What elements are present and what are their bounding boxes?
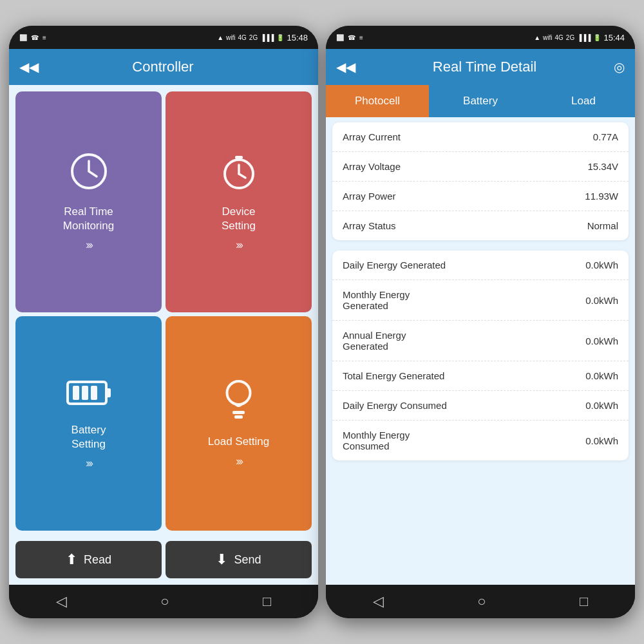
array-status-row: Array Status Normal bbox=[332, 211, 629, 240]
daily-energy-generated-row: Daily Energy Generated 0.0kWh bbox=[332, 251, 629, 280]
send-label: Send bbox=[234, 553, 261, 567]
status-icons-right-2: ▲ wifi 4G 2G ▐▐▐ 🔋 15:44 bbox=[534, 33, 625, 43]
device-setting-label: DeviceSetting bbox=[222, 205, 256, 233]
battery-setting-icon bbox=[66, 377, 111, 417]
real-time-label: Real TimeMonitoring bbox=[63, 205, 114, 233]
status-icons-left-2: ⬜ ☎ ≡ bbox=[336, 34, 363, 41]
network-4g: 4G bbox=[238, 34, 247, 41]
svg-rect-11 bbox=[91, 386, 97, 400]
settings-icon[interactable]: ◎ bbox=[614, 59, 625, 75]
status-time-1: 15:48 bbox=[287, 33, 308, 43]
annual-energy-generated-value: 0.0kWh bbox=[585, 336, 618, 346]
monthly-energy-generated-label: Monthly EnergyGenerated bbox=[343, 289, 410, 311]
back-button-2[interactable]: ◀◀ bbox=[336, 59, 355, 75]
total-energy-generated-row: Total Energy Generated 0.0kWh bbox=[332, 361, 629, 391]
battery-icon: 🔋 bbox=[276, 34, 284, 41]
phone-icon-2: ☎ bbox=[348, 34, 355, 41]
svg-line-2 bbox=[89, 171, 97, 176]
controller-top-bar: ◀◀ Controller bbox=[9, 49, 318, 85]
nav-bar-2: ◁ ○ □ bbox=[326, 585, 635, 618]
bulb-icon bbox=[221, 379, 256, 428]
svg-line-6 bbox=[239, 174, 245, 178]
phone-icon: ☎ bbox=[31, 34, 39, 41]
tab-load[interactable]: Load bbox=[532, 85, 635, 117]
battery-setting-chevron: ››› bbox=[86, 457, 91, 470]
array-power-row: Array Power 11.93W bbox=[332, 182, 629, 211]
daily-energy-generated-label: Daily Energy Generated bbox=[343, 260, 446, 270]
read-button[interactable]: ⬆ Read bbox=[15, 541, 162, 578]
menu-icon: ≡ bbox=[43, 34, 46, 41]
array-power-value: 11.93W bbox=[585, 191, 618, 202]
monthly-energy-consumed-value: 0.0kWh bbox=[585, 435, 618, 446]
phone-2: ⬜ ☎ ≡ ▲ wifi 4G 2G ▐▐▐ 🔋 15:44 ◀◀ Real T… bbox=[326, 26, 635, 618]
tab-battery[interactable]: Battery bbox=[429, 85, 532, 117]
device-setting-button[interactable]: DeviceSetting ››› bbox=[166, 91, 312, 312]
array-voltage-row: Array Voltage 15.34V bbox=[332, 152, 629, 182]
battery-setting-label: BatterySetting bbox=[71, 423, 106, 451]
phones-container: ⬜ ☎ ≡ ▲ wifi 4G 2G ▐▐▐ 🔋 15:48 ◀◀ Contro… bbox=[0, 13, 644, 631]
clock-icon bbox=[70, 152, 108, 198]
svg-point-12 bbox=[227, 381, 251, 404]
controller-title: Controller bbox=[39, 59, 287, 75]
network-2g-2: 2G bbox=[566, 34, 574, 41]
phone-1: ⬜ ☎ ≡ ▲ wifi 4G 2G ▐▐▐ 🔋 15:48 ◀◀ Contro… bbox=[9, 26, 318, 618]
home-nav-icon-2[interactable]: ○ bbox=[477, 593, 486, 610]
tabs-container: Photocell Battery Load bbox=[326, 85, 635, 117]
annual-energy-generated-label: Annual EnergyGenerated bbox=[343, 330, 406, 352]
array-section: Array Current 0.77A Array Voltage 15.34V… bbox=[332, 122, 629, 240]
back-nav-icon-1[interactable]: ◁ bbox=[56, 593, 67, 610]
load-setting-label: Load Setting bbox=[208, 435, 269, 449]
recents-nav-icon-2[interactable]: □ bbox=[580, 593, 588, 610]
array-current-label: Array Current bbox=[343, 131, 401, 142]
controller-screen: ◀◀ Controller Real TimeMonito bbox=[9, 49, 318, 585]
status-icons-right: ▲ wifi 4G 2G ▐▐▐ 🔋 15:48 bbox=[217, 33, 308, 43]
real-time-chevron: ››› bbox=[86, 238, 91, 252]
notification-icon-2: ⬜ bbox=[336, 34, 344, 41]
bottom-actions: ⬆ Read ⬇ Send bbox=[9, 537, 318, 585]
status-bar-1: ⬜ ☎ ≡ ▲ wifi 4G 2G ▐▐▐ 🔋 15:48 bbox=[9, 26, 318, 49]
rt-title: Real Time Detail bbox=[355, 59, 614, 75]
array-current-value: 0.77A bbox=[593, 131, 618, 142]
upload-icon: ⬆ bbox=[66, 551, 77, 568]
send-button[interactable]: ⬇ Send bbox=[166, 541, 312, 578]
monthly-energy-generated-row: Monthly EnergyGenerated 0.0kWh bbox=[332, 280, 629, 321]
array-voltage-label: Array Voltage bbox=[343, 161, 401, 172]
signal-bars-2: ▐▐▐ bbox=[577, 34, 591, 41]
total-energy-generated-value: 0.0kWh bbox=[585, 370, 618, 381]
network-4g-2: 4G bbox=[555, 34, 564, 41]
wifi-icon-2: wifi bbox=[543, 34, 552, 41]
monthly-energy-consumed-label: Monthly EnergyConsumed bbox=[343, 430, 410, 451]
stopwatch-icon bbox=[220, 152, 258, 198]
rt-content: Photocell Battery Load Array Current 0.7 bbox=[326, 85, 635, 585]
svg-rect-8 bbox=[106, 388, 111, 397]
svg-rect-4 bbox=[235, 156, 243, 159]
read-label: Read bbox=[84, 553, 111, 567]
array-status-value: Normal bbox=[587, 220, 618, 231]
energy-section: Daily Energy Generated 0.0kWh Monthly En… bbox=[332, 251, 629, 460]
monthly-energy-generated-value: 0.0kWh bbox=[585, 295, 618, 306]
status-bar-2: ⬜ ☎ ≡ ▲ wifi 4G 2G ▐▐▐ 🔋 15:44 bbox=[326, 26, 635, 49]
svg-rect-14 bbox=[234, 415, 243, 419]
load-setting-button[interactable]: Load Setting ››› bbox=[166, 316, 312, 531]
network-2g: 2G bbox=[249, 34, 258, 41]
back-nav-icon-2[interactable]: ◁ bbox=[373, 593, 384, 610]
svg-rect-9 bbox=[73, 386, 79, 400]
recents-nav-icon-1[interactable]: □ bbox=[263, 593, 271, 610]
daily-energy-consumed-label: Daily Energy Consumed bbox=[343, 400, 447, 411]
array-power-label: Array Power bbox=[343, 191, 396, 202]
tab-photocell[interactable]: Photocell bbox=[326, 85, 429, 117]
load-setting-chevron: ››› bbox=[236, 455, 242, 468]
daily-energy-consumed-row: Daily Energy Consumed 0.0kWh bbox=[332, 391, 629, 421]
home-nav-icon-1[interactable]: ○ bbox=[160, 593, 169, 610]
signal-icon-1: ▲ bbox=[217, 34, 223, 41]
device-setting-chevron: ››› bbox=[236, 238, 242, 252]
download-icon: ⬇ bbox=[216, 551, 227, 568]
rt-top-bar: ◀◀ Real Time Detail ◎ bbox=[326, 49, 635, 85]
battery-icon-2: 🔋 bbox=[593, 34, 601, 41]
daily-energy-consumed-value: 0.0kWh bbox=[585, 400, 618, 411]
battery-setting-button[interactable]: BatterySetting ››› bbox=[15, 316, 162, 531]
back-button-1[interactable]: ◀◀ bbox=[19, 59, 39, 75]
real-time-monitoring-button[interactable]: Real TimeMonitoring ››› bbox=[15, 91, 162, 312]
wifi-icon: wifi bbox=[226, 34, 235, 41]
total-energy-generated-label: Total Energy Generated bbox=[343, 370, 444, 381]
